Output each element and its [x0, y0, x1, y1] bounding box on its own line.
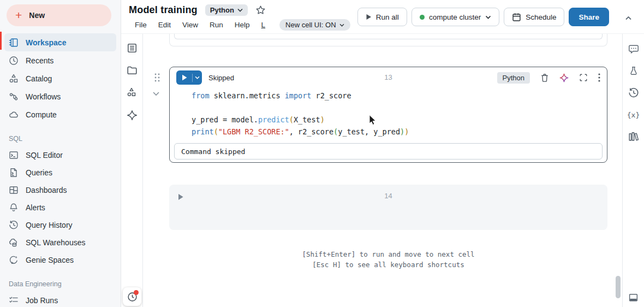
genie-spaces-icon	[9, 255, 19, 265]
active-item-indicator	[0, 32, 2, 50]
sidebar-item-sql-warehouses[interactable]: SQL Warehouses	[4, 234, 116, 251]
sidebar-item-label: Workspace	[26, 38, 66, 47]
hint-line: [Shift+Enter] to run and move to next ce…	[169, 249, 607, 259]
right-rail: {x}	[622, 34, 644, 307]
delete-cell-trash-icon[interactable]	[540, 73, 549, 82]
cell-language-pill[interactable]: Python	[497, 72, 530, 84]
section-title: SQL	[9, 135, 121, 143]
notification-dot	[134, 290, 139, 295]
menu-help[interactable]: Help	[235, 21, 250, 29]
comments-icon[interactable]	[628, 44, 639, 55]
chevron-down-icon	[237, 8, 243, 12]
play-icon[interactable]	[178, 193, 183, 203]
left-icon-strip	[121, 34, 143, 307]
hint-line: [Esc H] to see all keyboard shortcuts	[169, 259, 607, 270]
cell-status: Skipped	[208, 74, 234, 82]
menu-run[interactable]: Run	[210, 21, 223, 29]
sidebar-item-alerts[interactable]: Alerts	[4, 199, 116, 216]
plus-icon: +	[15, 9, 22, 21]
compute-cluster-selector[interactable]: compute cluster	[412, 8, 499, 26]
notebook-language-selector[interactable]: Python	[205, 4, 248, 16]
sidebar-item-sql-editor[interactable]: SQL Editor	[4, 146, 116, 164]
new-button[interactable]: + New	[7, 4, 111, 26]
left-icon-strip-nav	[121, 34, 142, 121]
libraries-icon[interactable]	[628, 131, 639, 142]
version-history-icon[interactable]	[628, 87, 639, 98]
variables-icon[interactable]: {x}	[628, 109, 639, 120]
favorite-star-icon[interactable]	[255, 5, 266, 15]
chevron-down-icon	[339, 23, 344, 27]
sidebar-item-workspace[interactable]: Workspace	[4, 33, 116, 51]
share-button[interactable]: Share	[569, 8, 609, 26]
collapse-header-chevron-up-icon[interactable]	[625, 13, 632, 23]
sidebar-item-query-history[interactable]: Query History	[4, 216, 116, 234]
play-icon	[176, 74, 192, 81]
run-options-chevron-icon[interactable]	[193, 76, 202, 79]
queries-icon	[9, 168, 19, 178]
folder-icon[interactable]	[127, 65, 138, 76]
assistant-sparkle-icon[interactable]	[127, 110, 138, 121]
code-line[interactable]	[192, 102, 607, 114]
sidebar-item-genie-spaces[interactable]: Genie Spaces	[4, 251, 116, 269]
sidebar-item-dashboards[interactable]: Dashboards	[4, 181, 116, 199]
notebook-header: Model training Python FileEditViewRunHel…	[121, 0, 644, 34]
cell-collapse-chevron-icon[interactable]	[152, 88, 160, 98]
left-sidebar: + New WorkspaceRecentsCatalogWorkflowsCo…	[0, 0, 121, 307]
menu-l[interactable]: L	[261, 21, 266, 29]
job-runs-icon	[9, 296, 19, 305]
run-cell-button[interactable]	[176, 70, 202, 85]
compute-cloud-icon	[9, 110, 19, 120]
cell-output: Command skipped	[174, 143, 603, 160]
cell-toolbar: Skipped 13 Python	[170, 67, 607, 87]
table-of-contents-icon[interactable]	[127, 43, 138, 54]
code-line[interactable]: from sklearn.metrics import r2_score	[192, 90, 607, 102]
sidebar-item-catalog[interactable]: Catalog	[4, 69, 116, 87]
sidebar-item-job-runs[interactable]: Job Runs	[4, 292, 116, 307]
chevron-down-icon	[485, 15, 491, 19]
assistant-sparkle-icon[interactable]	[559, 73, 569, 82]
dashboards-icon	[9, 185, 19, 195]
main-area: Model training Python FileEditViewRunHel…	[121, 0, 644, 307]
notebook-cell-14[interactable]: 14	[169, 185, 607, 230]
sidebar-main-nav: WorkspaceRecentsCatalogWorkflowsCompute	[0, 33, 121, 123]
experiments-icon[interactable]	[628, 66, 639, 76]
sidebar-item-recents[interactable]: Recents	[4, 51, 116, 69]
sidebar-item-label: Workflows	[26, 92, 61, 101]
code-line[interactable]: print("LGBM R2_SCORE:", r2_score(y_test,…	[192, 126, 607, 138]
cell-actions: Python	[497, 72, 600, 84]
bottom-panel-icon[interactable]	[628, 292, 639, 303]
catalog-icon	[9, 74, 19, 84]
new-cell-ui-label: New cell UI: ON	[285, 21, 336, 29]
scheduled-runs-button[interactable]	[123, 287, 141, 306]
menu-file[interactable]: File	[135, 21, 147, 29]
schedule-label: Schedule	[526, 13, 556, 21]
sidebar-item-queries[interactable]: Queries	[4, 164, 116, 181]
notebook-menu-bar: FileEditViewRunHelpL	[135, 21, 265, 29]
sidebar-item-label: Alerts	[26, 203, 45, 212]
sql-editor-icon	[9, 150, 19, 160]
code-line[interactable]: y_pred = model.predict(X_test)	[192, 114, 607, 126]
play-icon	[366, 14, 372, 20]
cell-drag-handle[interactable]	[153, 73, 161, 85]
header-actions: Run all compute cluster Schedule Share	[357, 8, 609, 26]
notebook-scrollbar-thumb[interactable]	[616, 276, 621, 298]
cluster-label: compute cluster	[429, 13, 481, 21]
run-all-button[interactable]: Run all	[357, 8, 407, 26]
sidebar-item-workflows[interactable]: Workflows	[4, 87, 116, 105]
sidebar-section-sql: SQLSQL EditorQueriesDashboardsAlertsQuer…	[0, 135, 121, 269]
menu-edit[interactable]: Edit	[158, 21, 171, 29]
expand-cell-icon[interactable]	[579, 73, 588, 82]
query-history-icon	[9, 220, 19, 230]
keyboard-hints: [Shift+Enter] to run and move to next ce…	[169, 249, 607, 270]
cell-kebab-menu-icon[interactable]	[598, 73, 600, 82]
sidebar-item-label: Queries	[26, 168, 52, 177]
new-cell-ui-toggle[interactable]: New cell UI: ON	[279, 19, 350, 31]
catalog-icon[interactable]	[127, 87, 138, 98]
notebook-cell-13[interactable]: Skipped 13 Python	[169, 67, 607, 163]
menu-view[interactable]: View	[182, 21, 198, 29]
page-title: Model training	[129, 4, 198, 16]
schedule-button[interactable]: Schedule	[504, 8, 564, 26]
cell-code[interactable]: from sklearn.metrics import r2_score y_p…	[170, 87, 607, 138]
sidebar-item-compute[interactable]: Compute	[4, 105, 116, 123]
sidebar-item-label: SQL Editor	[26, 151, 63, 160]
